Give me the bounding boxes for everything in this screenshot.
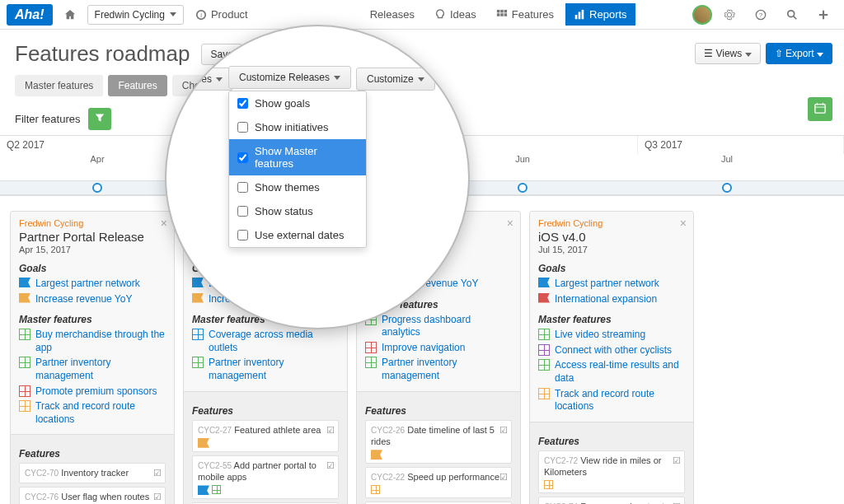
checkbox[interactable] <box>237 98 248 109</box>
milestone-marker[interactable] <box>92 183 102 193</box>
checkbox-icon[interactable]: ☑ <box>673 455 681 466</box>
features-heading: Features <box>19 448 166 460</box>
user-avatar[interactable] <box>692 5 712 25</box>
svg-rect-9 <box>579 12 581 19</box>
quarter-q3: Q3 2017 <box>638 136 844 154</box>
nav-product[interactable]: iProduct <box>187 3 256 26</box>
master-features-heading: Master features <box>19 314 166 325</box>
feature-item[interactable]: CYC2-74 Recommend routes to☑ <box>538 497 685 504</box>
feature-item[interactable]: CYC2-22 Speed up performance☑ <box>365 467 512 498</box>
logo[interactable]: Aha! <box>7 4 53 26</box>
svg-line-14 <box>794 16 797 19</box>
release-card: × Fredwin Cycling Partner Portal Release… <box>10 211 175 504</box>
grid-icon <box>19 400 30 412</box>
nav-features[interactable]: Features <box>488 3 562 26</box>
close-icon[interactable]: × <box>680 217 687 230</box>
feature-item[interactable]: CYC2-70 Inventory tracker☑ <box>19 463 166 483</box>
month-jul: Jul <box>721 154 733 164</box>
home-button[interactable] <box>56 4 84 26</box>
release-title[interactable]: iOS v4.0 <box>538 230 685 245</box>
master-feature-item[interactable]: Partner inventory management <box>365 357 512 382</box>
master-feature-item[interactable]: Improve navigation <box>365 342 512 355</box>
flag-icon <box>19 278 30 287</box>
customize-releases-dropdown[interactable]: Customize Releases <box>228 66 351 89</box>
checkbox[interactable] <box>237 182 248 193</box>
menu-use-external-dates[interactable]: Use external dates <box>229 223 366 247</box>
flag-icon <box>538 278 550 287</box>
settings-button[interactable] <box>715 4 743 26</box>
svg-text:i: i <box>200 11 202 18</box>
close-icon[interactable]: × <box>161 217 167 230</box>
magnifier-overlay: eases Customize Releases Customize Show … <box>165 25 470 329</box>
svg-rect-15 <box>815 105 825 114</box>
master-feature-item[interactable]: Partner inventory management <box>192 357 339 382</box>
checkbox[interactable] <box>237 230 248 240</box>
checkbox-icon[interactable]: ☑ <box>499 424 508 436</box>
checkbox[interactable] <box>237 206 248 217</box>
nav-releases[interactable]: Releases <box>362 3 423 26</box>
checkbox-icon[interactable]: ☑ <box>499 471 508 483</box>
grid-icon <box>365 342 377 353</box>
svg-rect-4 <box>504 9 507 12</box>
feature-item[interactable]: CYC2-26 Date timeline of last 5 rides☑ <box>365 420 512 464</box>
svg-rect-6 <box>500 13 504 16</box>
feature-item[interactable]: CYC2-55 Add partner portal to mobile app… <box>192 455 339 500</box>
close-icon[interactable]: × <box>507 217 513 230</box>
goal-item[interactable]: International expansion <box>538 293 685 306</box>
checkbox[interactable] <box>237 152 248 163</box>
flag-icon <box>19 293 30 303</box>
master-feature-item[interactable]: Buy merchandise through the app <box>19 329 166 354</box>
grid-icon <box>538 388 550 399</box>
milestone-marker[interactable] <box>722 183 732 193</box>
master-feature-item[interactable]: Track and record route locations <box>538 388 685 413</box>
views-button[interactable]: ☰ Views <box>695 43 760 64</box>
release-title[interactable]: Partner Portal Release <box>19 230 166 245</box>
tab-features[interactable]: Features <box>108 75 166 96</box>
goal-item[interactable]: Largest partner network <box>538 278 685 291</box>
master-feature-item[interactable]: Access real-time results and data <box>538 359 685 385</box>
master-feature-item[interactable]: Partner inventory management <box>19 357 166 382</box>
checkbox-icon[interactable]: ☑ <box>326 460 335 471</box>
feature-item[interactable]: CYC2-27 Featured athlete area☑ <box>192 420 339 452</box>
add-button[interactable] <box>809 4 837 26</box>
menu-show-master-features[interactable]: Show Master features <box>229 139 366 175</box>
menu-show-status[interactable]: Show status <box>229 199 366 223</box>
grid-icon <box>538 359 550 371</box>
master-feature-item[interactable]: Track and record route locations <box>19 400 166 426</box>
master-feature-item[interactable]: Coverage across media outlets <box>192 329 339 354</box>
flag-icon <box>192 278 204 287</box>
master-feature-item[interactable]: Live video streaming <box>538 329 685 342</box>
workspace-selector[interactable]: Fredwin Cycling <box>87 5 184 25</box>
nav-reports[interactable]: Reports <box>565 3 635 26</box>
menu-show-themes[interactable]: Show themes <box>229 175 366 199</box>
master-feature-item[interactable]: Promote premium sponsors <box>19 385 166 399</box>
checkbox[interactable] <box>237 122 248 133</box>
master-feature-item[interactable]: Progress dashboard analytics <box>365 314 512 339</box>
svg-rect-3 <box>500 9 504 12</box>
tab-master-features[interactable]: Master features <box>15 75 103 96</box>
feature-item[interactable]: CYC2-72 View ride in miles or Kilometers… <box>538 450 685 494</box>
menu-show-initiatives[interactable]: Show initiatives <box>229 115 366 139</box>
search-button[interactable] <box>778 4 806 26</box>
svg-rect-5 <box>497 13 500 16</box>
checkbox-icon[interactable]: ☑ <box>673 501 681 504</box>
goal-item[interactable]: Increase revenue YoY <box>19 293 166 306</box>
feature-item[interactable]: CYC2-76 User flag when routes are closed… <box>19 487 166 504</box>
milestone-marker[interactable] <box>518 183 528 193</box>
svg-rect-7 <box>504 13 507 16</box>
checkbox-icon[interactable]: ☑ <box>153 491 162 502</box>
nav-ideas[interactable]: Ideas <box>426 3 485 26</box>
calendar-button[interactable] <box>808 97 832 121</box>
checkbox-icon[interactable]: ☑ <box>153 467 162 478</box>
master-feature-item[interactable]: Connect with other cyclists <box>538 344 685 357</box>
checkbox-icon[interactable]: ☑ <box>326 424 335 436</box>
goal-item[interactable]: Largest partner network <box>19 278 166 291</box>
customize-dropdown[interactable]: Customize <box>356 68 435 91</box>
release-card: × Fredwin Cycling iOS v4.0 Jul 15, 2017 … <box>529 211 694 504</box>
grid-icon <box>544 480 553 489</box>
menu-show-goals[interactable]: Show goals <box>229 91 366 115</box>
features-heading: Features <box>538 436 685 447</box>
filter-button[interactable] <box>88 108 111 130</box>
help-button[interactable]: ? <box>747 4 775 26</box>
export-button[interactable]: ⇧ Export <box>766 43 832 64</box>
